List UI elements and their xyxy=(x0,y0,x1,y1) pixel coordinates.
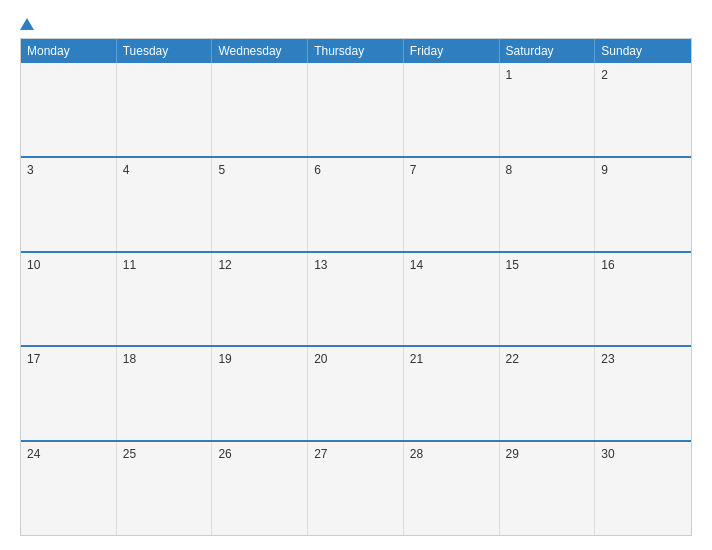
calendar-grid: MondayTuesdayWednesdayThursdayFridaySatu… xyxy=(20,38,692,536)
day-number: 29 xyxy=(506,447,519,461)
day-header-tuesday: Tuesday xyxy=(117,39,213,63)
day-header-monday: Monday xyxy=(21,39,117,63)
week-row-5: 24252627282930 xyxy=(21,440,691,535)
logo xyxy=(20,18,38,30)
day-cell: 14 xyxy=(404,253,500,346)
day-number: 3 xyxy=(27,163,34,177)
day-cell xyxy=(117,63,213,156)
day-cell xyxy=(308,63,404,156)
logo-blue-row xyxy=(20,18,38,30)
day-cell: 18 xyxy=(117,347,213,440)
weeks-container: 1234567891011121314151617181920212223242… xyxy=(21,63,691,535)
day-number: 8 xyxy=(506,163,513,177)
day-cell xyxy=(212,63,308,156)
day-cell: 16 xyxy=(595,253,691,346)
day-cell: 8 xyxy=(500,158,596,251)
day-cell: 27 xyxy=(308,442,404,535)
day-cell: 23 xyxy=(595,347,691,440)
day-number: 11 xyxy=(123,258,136,272)
day-number: 12 xyxy=(218,258,231,272)
day-header-saturday: Saturday xyxy=(500,39,596,63)
day-header-thursday: Thursday xyxy=(308,39,404,63)
day-number: 30 xyxy=(601,447,614,461)
day-cell: 24 xyxy=(21,442,117,535)
day-header-wednesday: Wednesday xyxy=(212,39,308,63)
day-cell: 5 xyxy=(212,158,308,251)
day-number: 26 xyxy=(218,447,231,461)
day-number: 15 xyxy=(506,258,519,272)
day-cell: 11 xyxy=(117,253,213,346)
day-number: 28 xyxy=(410,447,423,461)
day-header-sunday: Sunday xyxy=(595,39,691,63)
week-row-2: 3456789 xyxy=(21,156,691,251)
day-cell xyxy=(21,63,117,156)
day-header-friday: Friday xyxy=(404,39,500,63)
day-cell: 4 xyxy=(117,158,213,251)
day-number: 6 xyxy=(314,163,321,177)
day-cell: 22 xyxy=(500,347,596,440)
day-cell: 2 xyxy=(595,63,691,156)
day-cell: 1 xyxy=(500,63,596,156)
day-number: 13 xyxy=(314,258,327,272)
day-cell xyxy=(404,63,500,156)
day-number: 20 xyxy=(314,352,327,366)
day-cell: 29 xyxy=(500,442,596,535)
day-number: 19 xyxy=(218,352,231,366)
day-number: 7 xyxy=(410,163,417,177)
day-number: 9 xyxy=(601,163,608,177)
day-number: 14 xyxy=(410,258,423,272)
day-cell: 30 xyxy=(595,442,691,535)
day-cell: 15 xyxy=(500,253,596,346)
day-cell: 25 xyxy=(117,442,213,535)
day-cell: 21 xyxy=(404,347,500,440)
day-cell: 28 xyxy=(404,442,500,535)
day-cell: 12 xyxy=(212,253,308,346)
day-cell: 7 xyxy=(404,158,500,251)
header xyxy=(20,18,692,30)
day-number: 5 xyxy=(218,163,225,177)
day-cell: 3 xyxy=(21,158,117,251)
day-number: 17 xyxy=(27,352,40,366)
day-number: 10 xyxy=(27,258,40,272)
week-row-4: 17181920212223 xyxy=(21,345,691,440)
day-number: 25 xyxy=(123,447,136,461)
day-cell: 19 xyxy=(212,347,308,440)
week-row-1: 12 xyxy=(21,63,691,156)
day-number: 22 xyxy=(506,352,519,366)
day-number: 4 xyxy=(123,163,130,177)
day-cell: 20 xyxy=(308,347,404,440)
day-number: 27 xyxy=(314,447,327,461)
day-headers: MondayTuesdayWednesdayThursdayFridaySatu… xyxy=(21,39,691,63)
day-cell: 26 xyxy=(212,442,308,535)
day-cell: 9 xyxy=(595,158,691,251)
day-cell: 6 xyxy=(308,158,404,251)
day-cell: 17 xyxy=(21,347,117,440)
day-cell: 13 xyxy=(308,253,404,346)
week-row-3: 10111213141516 xyxy=(21,251,691,346)
day-number: 16 xyxy=(601,258,614,272)
day-cell: 10 xyxy=(21,253,117,346)
day-number: 1 xyxy=(506,68,513,82)
day-number: 23 xyxy=(601,352,614,366)
logo-triangle-icon xyxy=(20,18,34,30)
day-number: 24 xyxy=(27,447,40,461)
day-number: 21 xyxy=(410,352,423,366)
calendar-page: MondayTuesdayWednesdayThursdayFridaySatu… xyxy=(0,0,712,550)
day-number: 2 xyxy=(601,68,608,82)
day-number: 18 xyxy=(123,352,136,366)
